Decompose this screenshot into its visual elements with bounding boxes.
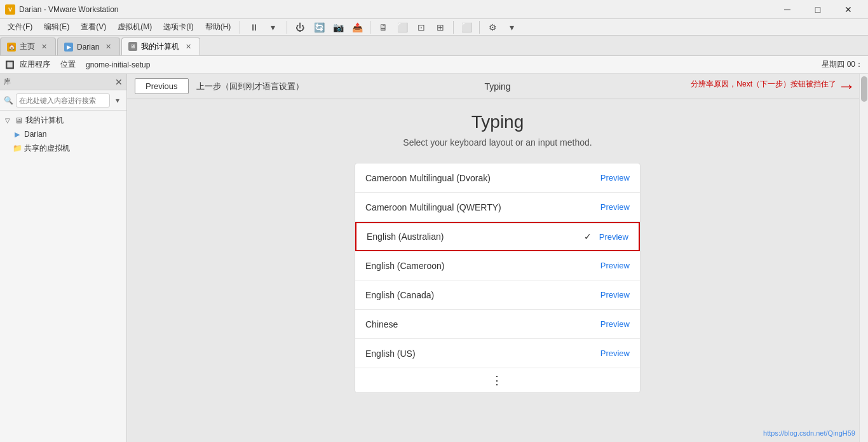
more-button[interactable]: ⋮	[355, 368, 640, 392]
minimize-button[interactable]: ─	[773, 0, 802, 19]
toolbar-separator-2	[287, 21, 287, 34]
tree-item-mypc[interactable]: ▽ 🖥 我的计算机	[0, 113, 126, 127]
breadcrumb-location[interactable]: 位置	[60, 59, 76, 70]
scrollbar-thumb[interactable]	[861, 76, 867, 102]
keyboard-item-0[interactable]: Cameroon Multilingual (Dvorak) Preview	[355, 163, 640, 193]
preview-link-2[interactable]: Preview	[599, 232, 628, 242]
sidebar-close-icon[interactable]: ✕	[115, 77, 123, 87]
clock: 星期四 00：	[822, 59, 863, 70]
breadcrumb-apps[interactable]: 应用程序	[20, 59, 50, 70]
tab-home-label: 主页	[20, 41, 35, 52]
nav-arrow-area: →	[837, 76, 855, 97]
breadcrumb-setup[interactable]: gnome-initial-setup	[86, 60, 150, 69]
tab-bar: 🏠 主页 ✕ ▶ Darian ✕ 🖥 我的计算机 ✕	[0, 36, 868, 56]
preview-link-1[interactable]: Preview	[600, 202, 630, 212]
restore-button[interactable]: 🔄	[310, 20, 328, 35]
menu-vm[interactable]: 虚拟机(M)	[112, 20, 157, 34]
tab-darian-close[interactable]: ✕	[103, 42, 113, 52]
display-button[interactable]: 🖥	[374, 20, 392, 35]
tab-home[interactable]: 🏠 主页 ✕	[0, 38, 56, 55]
toolbar-separator-5	[479, 21, 480, 34]
keyboard-name-0: Cameroon Multilingual (Dvorak)	[365, 173, 491, 183]
preview-link-6[interactable]: Preview	[600, 349, 630, 358]
keyboard-item-1[interactable]: Cameroon Multilingual (QWERTY) Preview	[355, 193, 640, 222]
menu-edit[interactable]: 编辑(E)	[39, 20, 74, 34]
darian-tree-icon: ▶	[13, 130, 22, 139]
home-tab-icon: 🏠	[7, 43, 16, 52]
pause-button[interactable]: ⏸	[245, 20, 263, 35]
preview-link-0[interactable]: Preview	[600, 173, 630, 183]
tab-home-close[interactable]: ✕	[39, 42, 49, 52]
tab-mypc[interactable]: 🖥 我的计算机 ✕	[121, 38, 200, 55]
snapshot2-button[interactable]: 📤	[348, 20, 366, 35]
tab-mypc-label: 我的计算机	[141, 41, 179, 52]
settings-button[interactable]: ⚙	[484, 20, 501, 35]
keyboard-item-left-0: Cameroon Multilingual (Dvorak)	[365, 173, 491, 183]
mypc-tree-icon: 🖥	[14, 116, 23, 125]
tree-item-darian[interactable]: ▶ Darian	[0, 127, 126, 141]
scrollbar[interactable]	[859, 74, 868, 442]
tree-item-shared[interactable]: 📁 共享的虚拟机	[0, 141, 126, 155]
maximize-button[interactable]: □	[803, 0, 832, 19]
sidebar-header-label: 库	[4, 77, 11, 86]
keyboard-item-6[interactable]: English (US) Preview	[355, 339, 640, 368]
title-bar-left: V Darian - VMware Workstation	[5, 4, 119, 15]
keyboard-item-5[interactable]: Chinese Preview	[355, 310, 640, 339]
sidebar-header: 库 ✕	[0, 74, 126, 90]
search-input[interactable]	[16, 93, 110, 107]
mypc-tab-icon: 🖥	[128, 42, 137, 51]
page-subtitle: Select your keyboard layout or an input …	[403, 137, 592, 148]
toolbar-group-1: ⏸ ▾	[245, 20, 281, 35]
menu-view[interactable]: 查看(V)	[76, 20, 111, 34]
close-button[interactable]: ✕	[834, 0, 863, 19]
keyboard-name-5: Chinese	[365, 319, 398, 329]
page-title: Typing	[471, 112, 524, 132]
sidebar: 库 ✕ 🔍 ▾ ▽ 🖥 我的计算机 ▶ Darian 📁 共享的虚拟机	[0, 74, 127, 442]
toolbar-separator-4	[453, 21, 454, 34]
view-button[interactable]: ⬜	[458, 20, 475, 35]
tab-darian-label: Darian	[77, 43, 99, 52]
keyboard-item-left-2: English (Australian)	[367, 231, 444, 242]
power-button[interactable]: ⏻	[291, 20, 309, 35]
keyboard-item-left-6: English (US)	[365, 349, 416, 359]
keyboard-name-6: English (US)	[365, 349, 416, 359]
display2-button[interactable]: ⬜	[393, 20, 411, 35]
snapshot-button[interactable]: 📷	[329, 20, 347, 35]
right-arrow-icon: →	[837, 76, 855, 97]
main-layout: 库 ✕ 🔍 ▾ ▽ 🖥 我的计算机 ▶ Darian 📁 共享的虚拟机	[0, 74, 868, 442]
previous-button[interactable]: Previous	[135, 78, 189, 94]
sidebar-search: 🔍 ▾	[0, 90, 126, 111]
menu-tabs[interactable]: 选项卡(I)	[158, 20, 198, 34]
keyboard-list: Cameroon Multilingual (Dvorak) Preview C…	[355, 163, 641, 393]
content-area: Previous 上一步（回到刚才语言设置） Typing → 分辨率原因，Ne…	[127, 74, 868, 442]
title-bar-controls: ─ □ ✕	[773, 0, 863, 19]
app-icon: V	[5, 4, 15, 15]
toolbar-separator-3	[370, 21, 370, 34]
pause-dropdown[interactable]: ▾	[264, 20, 281, 35]
checkmark-icon: ✓	[584, 231, 592, 242]
tab-darian[interactable]: ▶ Darian ✕	[57, 38, 120, 55]
preview-link-5[interactable]: Preview	[600, 319, 630, 329]
search-clear-button[interactable]: ▾	[112, 95, 123, 106]
keyboard-item-left-1: Cameroon Multilingual (QWERTY)	[365, 202, 501, 212]
keyboard-item-3[interactable]: English (Cameroon) Preview	[355, 251, 640, 280]
nav-back-text: 上一步（回到刚才语言设置）	[196, 81, 304, 92]
menu-file[interactable]: 文件(F)	[3, 20, 37, 34]
keyboard-item-2[interactable]: English (Australian) ✓ Preview	[355, 222, 640, 251]
preview-link-4[interactable]: Preview	[600, 290, 630, 300]
tree-expand-mypc[interactable]: ▽	[4, 116, 11, 124]
keyboard-item-4[interactable]: English (Canada) Preview	[355, 280, 640, 310]
shared-tree-label: 共享的虚拟机	[24, 143, 70, 154]
darian-tree-label: Darian	[24, 130, 46, 139]
keyboard-name-1: Cameroon Multilingual (QWERTY)	[365, 202, 501, 212]
tab-mypc-close[interactable]: ✕	[183, 41, 193, 52]
display3-button[interactable]: ⊡	[412, 20, 430, 35]
keyboard-item-left-3: English (Cameroon)	[365, 261, 445, 271]
item2-right: ✓ Preview	[584, 231, 628, 242]
menu-help[interactable]: 帮助(H)	[200, 20, 236, 34]
preview-link-3[interactable]: Preview	[600, 261, 630, 270]
display4-button[interactable]: ⊞	[431, 20, 449, 35]
settings-dropdown[interactable]: ▾	[503, 20, 520, 35]
vm-page: Typing Select your keyboard layout or an…	[127, 99, 868, 393]
keyboard-name-3: English (Cameroon)	[365, 261, 445, 271]
